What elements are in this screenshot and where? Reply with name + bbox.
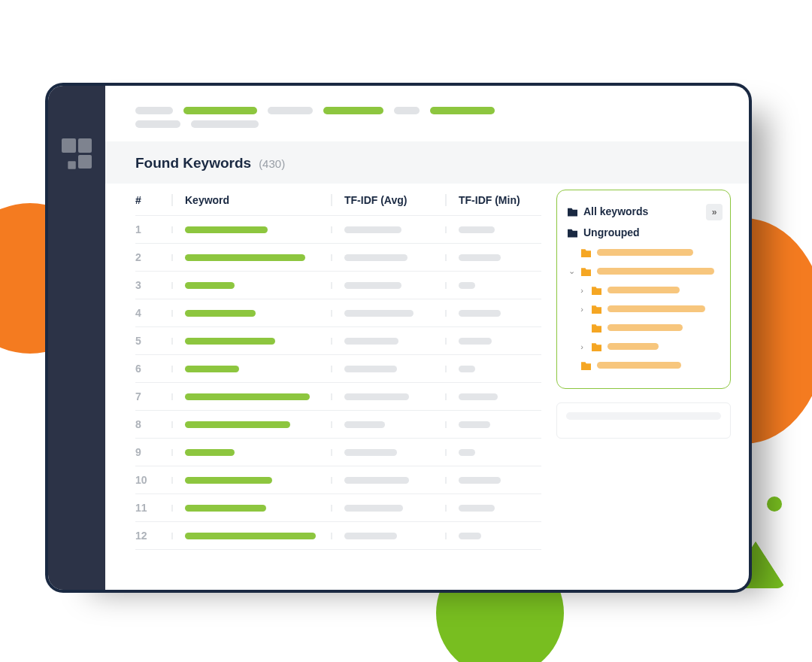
tfidf-avg-bar — [344, 366, 397, 372]
row-number: 2 — [135, 251, 171, 263]
tfidf-min-bar — [459, 449, 475, 456]
row-number: 12 — [135, 530, 171, 542]
table-header: # Keyword TF-IDF (Avg) TF-IDF (Min) — [135, 184, 541, 216]
row-number: 9 — [135, 446, 171, 458]
tfidf-min-bar — [459, 421, 490, 428]
keyword-bar — [185, 505, 266, 512]
group-item[interactable]: › — [565, 299, 723, 318]
table-row[interactable]: 12 — [135, 522, 541, 550]
row-number: 3 — [135, 279, 171, 291]
group-item[interactable]: › — [565, 281, 723, 299]
tfidf-min-bar — [459, 477, 501, 484]
breadcrumb-item[interactable] — [191, 120, 259, 128]
tfidf-min-bar — [459, 505, 495, 512]
row-number: 8 — [135, 418, 171, 430]
panel-card[interactable] — [556, 402, 731, 439]
folder-icon — [581, 247, 591, 257]
col-tfidf-min[interactable]: TF-IDF (Min) — [445, 194, 541, 206]
keyword-bar — [185, 338, 275, 345]
col-tfidf-avg[interactable]: TF-IDF (Avg) — [331, 194, 445, 206]
folder-icon — [592, 342, 601, 351]
keyword-bar — [185, 449, 235, 456]
group-item[interactable]: › — [565, 337, 723, 356]
collapse-panel-button[interactable]: » — [706, 204, 723, 220]
app-window: Found Keywords (430) # Keyword TF-IDF (A… — [48, 86, 749, 590]
group-item[interactable] — [565, 243, 723, 262]
tfidf-avg-bar — [344, 533, 397, 539]
group-all-keywords[interactable]: All keywords » — [565, 201, 723, 222]
group-label: Ungrouped — [583, 226, 640, 238]
keyword-bar — [185, 282, 235, 289]
folder-icon — [581, 360, 591, 370]
tfidf-avg-bar — [344, 226, 401, 233]
folder-icon — [581, 266, 591, 276]
row-number: 7 — [135, 390, 171, 402]
section-header: Found Keywords (430) — [105, 141, 749, 184]
group-label-placeholder — [607, 343, 659, 350]
keyword-bar — [185, 226, 268, 233]
chevron-icon: ⌄ — [568, 266, 575, 276]
breadcrumb-item[interactable] — [135, 120, 180, 128]
breadcrumb-item[interactable] — [430, 107, 495, 114]
group-label-placeholder — [607, 305, 705, 312]
folder-icon — [568, 228, 577, 238]
placeholder-bar — [566, 412, 721, 420]
keyword-count: (430) — [259, 157, 285, 170]
tfidf-avg-bar — [344, 505, 403, 512]
tfidf-min-bar — [459, 533, 481, 539]
table-row[interactable]: 5 — [135, 327, 541, 355]
keyword-bar — [185, 393, 310, 400]
col-keyword[interactable]: Keyword — [171, 194, 331, 206]
group-label-placeholder — [607, 324, 683, 331]
keyword-bar — [185, 254, 305, 261]
table-row[interactable]: 11 — [135, 494, 541, 522]
table-row[interactable]: 10 — [135, 466, 541, 494]
table-row[interactable]: 1 — [135, 216, 541, 244]
folder-icon — [568, 207, 577, 217]
keyword-bar — [185, 310, 256, 317]
tfidf-min-bar — [459, 366, 475, 372]
breadcrumb-item[interactable] — [323, 107, 383, 114]
col-number[interactable]: # — [135, 194, 171, 206]
row-number: 11 — [135, 502, 171, 514]
table-row[interactable]: 7 — [135, 383, 541, 411]
breadcrumb-item[interactable] — [135, 107, 173, 114]
keyword-bar — [185, 366, 239, 372]
breadcrumb-item[interactable] — [183, 107, 257, 114]
sidebar — [48, 86, 105, 590]
group-label-placeholder — [597, 362, 681, 369]
chevron-icon: › — [578, 305, 586, 314]
keyword-bar — [185, 477, 272, 484]
breadcrumb-item[interactable] — [394, 107, 420, 114]
keywords-table: # Keyword TF-IDF (Avg) TF-IDF (Min) 1234… — [135, 184, 541, 550]
tfidf-avg-bar — [344, 421, 385, 428]
table-row[interactable]: 8 — [135, 411, 541, 439]
group-label: All keywords — [583, 205, 648, 217]
tfidf-min-bar — [459, 226, 495, 233]
group-ungrouped[interactable]: Ungrouped — [565, 222, 723, 243]
table-row[interactable]: 4 — [135, 299, 541, 327]
breadcrumb — [105, 107, 749, 120]
group-label-placeholder — [607, 287, 680, 293]
group-item[interactable]: ⌄ — [565, 262, 723, 281]
row-number: 6 — [135, 363, 171, 375]
table-row[interactable]: 6 — [135, 355, 541, 383]
group-label-placeholder — [597, 268, 714, 275]
groups-panel: All keywords » Ungrouped ⌄››› — [556, 184, 731, 550]
group-item[interactable] — [565, 318, 723, 337]
row-number: 1 — [135, 223, 171, 235]
table-row[interactable]: 9 — [135, 439, 541, 466]
folder-icon — [592, 304, 601, 314]
table-row[interactable]: 3 — [135, 272, 541, 299]
tfidf-avg-bar — [344, 477, 409, 484]
tfidf-avg-bar — [344, 338, 398, 345]
app-logo-icon[interactable] — [62, 138, 92, 169]
tfidf-avg-bar — [344, 310, 414, 317]
keyword-bar — [185, 533, 316, 539]
tfidf-avg-bar — [344, 393, 409, 400]
group-item[interactable] — [565, 356, 723, 375]
breadcrumb-item[interactable] — [268, 107, 313, 114]
tfidf-min-bar — [459, 393, 498, 400]
table-row[interactable]: 2 — [135, 244, 541, 272]
tfidf-min-bar — [459, 254, 501, 261]
